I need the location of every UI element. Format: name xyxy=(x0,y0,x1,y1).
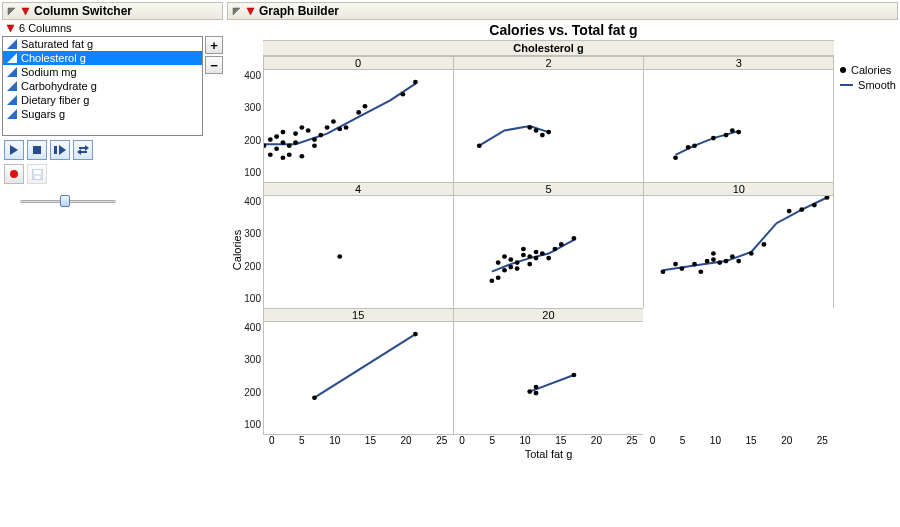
svg-point-77 xyxy=(749,251,754,256)
svg-point-58 xyxy=(533,249,538,254)
column-list[interactable]: Saturated fat gCholesterol gSodium mgCar… xyxy=(2,36,203,136)
play-button[interactable] xyxy=(4,140,24,160)
svg-point-63 xyxy=(559,242,564,247)
facet-level-label: 10 xyxy=(644,183,833,196)
step-button[interactable] xyxy=(50,140,70,160)
svg-point-9 xyxy=(274,146,279,151)
column-switcher-header[interactable]: Column Switcher xyxy=(2,2,223,20)
svg-point-33 xyxy=(527,125,532,130)
svg-point-71 xyxy=(711,257,716,262)
svg-point-66 xyxy=(673,261,678,266)
facet-cell[interactable]: 4 xyxy=(263,182,454,309)
speed-slider[interactable] xyxy=(2,188,223,208)
facet-level-label: 20 xyxy=(454,309,643,322)
svg-point-13 xyxy=(280,129,285,134)
svg-point-17 xyxy=(293,140,298,145)
svg-point-35 xyxy=(540,132,545,137)
facet-cell[interactable]: 20 xyxy=(453,308,644,435)
x-axis-label: Total fat g xyxy=(263,446,834,460)
svg-point-72 xyxy=(711,251,716,256)
svg-point-42 xyxy=(730,128,735,133)
facet-cell[interactable]: 5 xyxy=(453,182,644,309)
facet-level-label: 4 xyxy=(264,183,453,196)
graph-builder-title: Graph Builder xyxy=(259,4,339,18)
svg-point-23 xyxy=(318,132,323,137)
column-list-item[interactable]: Saturated fat g xyxy=(3,37,202,51)
column-list-item[interactable]: Carbohydrate g xyxy=(3,79,202,93)
column-list-item[interactable]: Dietary fiber g xyxy=(3,93,202,107)
column-list-item[interactable]: Cholesterol g xyxy=(3,51,202,65)
disclosure-icon[interactable] xyxy=(6,6,17,17)
y-axis-ticks: 400300200100 xyxy=(245,56,263,182)
svg-point-8 xyxy=(267,152,272,157)
remove-column-button[interactable]: − xyxy=(205,56,223,74)
svg-point-56 xyxy=(527,254,532,259)
svg-point-51 xyxy=(508,257,513,262)
red-triangle-icon[interactable] xyxy=(245,6,256,17)
svg-point-74 xyxy=(724,258,729,263)
save-button[interactable] xyxy=(27,164,47,184)
disclosure-icon[interactable] xyxy=(231,6,242,17)
svg-point-21 xyxy=(312,143,317,148)
facet-level-label: 15 xyxy=(264,309,453,322)
svg-point-70 xyxy=(705,258,710,263)
svg-point-79 xyxy=(787,208,792,213)
svg-point-19 xyxy=(299,125,304,130)
svg-point-43 xyxy=(736,129,741,134)
facet-cell[interactable]: 10 xyxy=(643,182,834,309)
legend-item-points[interactable]: Calories xyxy=(840,64,896,76)
legend-item-smooth[interactable]: Smooth xyxy=(840,79,896,91)
column-item-label: Carbohydrate g xyxy=(21,80,97,92)
facet-cell[interactable]: 0 xyxy=(263,56,454,183)
facet-cell[interactable]: 2 xyxy=(453,56,644,183)
svg-point-81 xyxy=(812,202,817,207)
graph-builder-header[interactable]: Graph Builder xyxy=(227,2,898,20)
svg-point-83 xyxy=(312,395,317,400)
svg-point-38 xyxy=(686,144,691,149)
column-switcher-panel: Column Switcher 6 Columns Saturated fat … xyxy=(0,0,225,527)
svg-point-12 xyxy=(280,155,285,160)
red-triangle-icon[interactable] xyxy=(5,23,16,34)
svg-point-39 xyxy=(692,143,697,148)
svg-point-7 xyxy=(267,137,272,142)
chart-title: Calories vs. Total fat g xyxy=(229,20,898,40)
y-axis-ticks: 400300200100 xyxy=(245,182,263,308)
y-axis-label: Calories xyxy=(229,40,245,460)
svg-point-80 xyxy=(800,207,805,212)
svg-point-18 xyxy=(299,154,304,159)
legend[interactable]: Calories Smooth xyxy=(834,40,898,460)
svg-point-27 xyxy=(343,125,348,130)
svg-point-26 xyxy=(337,126,342,131)
svg-point-24 xyxy=(324,125,329,130)
stop-button[interactable] xyxy=(27,140,47,160)
svg-point-59 xyxy=(533,255,538,260)
facet-cell[interactable] xyxy=(643,308,834,435)
column-count-label: 6 Columns xyxy=(19,22,72,34)
group-variable-header[interactable]: Cholesterol g xyxy=(263,40,834,56)
column-item-label: Sugars g xyxy=(21,108,65,120)
facet-cell[interactable]: 15 xyxy=(263,308,454,435)
red-triangle-icon[interactable] xyxy=(20,6,31,17)
svg-point-84 xyxy=(413,331,418,336)
column-list-item[interactable]: Sugars g xyxy=(3,107,202,121)
add-column-button[interactable]: + xyxy=(205,36,223,54)
svg-point-41 xyxy=(724,132,729,137)
svg-point-34 xyxy=(533,128,538,133)
svg-point-53 xyxy=(515,266,520,271)
svg-point-67 xyxy=(680,266,685,271)
svg-point-22 xyxy=(312,137,317,142)
record-button[interactable] xyxy=(4,164,24,184)
svg-point-11 xyxy=(280,140,285,145)
column-list-item[interactable]: Sodium mg xyxy=(3,65,202,79)
loop-button[interactable] xyxy=(73,140,93,160)
svg-point-65 xyxy=(661,269,666,274)
facet-level-label: 5 xyxy=(454,183,643,196)
column-count-row: 6 Columns xyxy=(2,20,223,36)
svg-point-57 xyxy=(527,261,532,266)
svg-point-54 xyxy=(521,252,526,257)
svg-point-30 xyxy=(400,91,405,96)
svg-point-45 xyxy=(489,278,494,283)
svg-point-47 xyxy=(496,275,501,280)
svg-point-86 xyxy=(533,390,538,395)
facet-cell[interactable]: 3 xyxy=(643,56,834,183)
